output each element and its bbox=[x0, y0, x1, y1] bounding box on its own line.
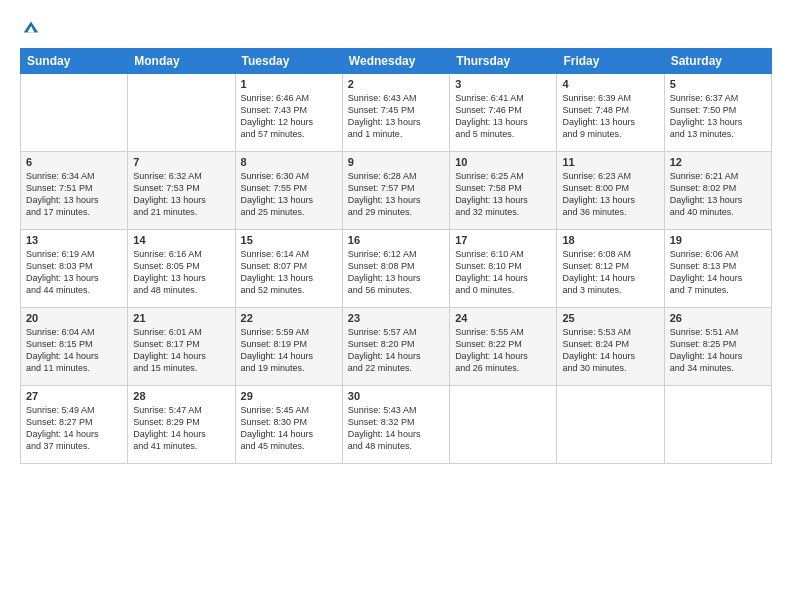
calendar-cell: 7Sunrise: 6:32 AM Sunset: 7:53 PM Daylig… bbox=[128, 152, 235, 230]
calendar-cell: 17Sunrise: 6:10 AM Sunset: 8:10 PM Dayli… bbox=[450, 230, 557, 308]
weekday-thursday: Thursday bbox=[450, 49, 557, 74]
calendar-cell: 19Sunrise: 6:06 AM Sunset: 8:13 PM Dayli… bbox=[664, 230, 771, 308]
calendar-cell: 3Sunrise: 6:41 AM Sunset: 7:46 PM Daylig… bbox=[450, 74, 557, 152]
calendar-cell: 20Sunrise: 6:04 AM Sunset: 8:15 PM Dayli… bbox=[21, 308, 128, 386]
calendar-cell: 14Sunrise: 6:16 AM Sunset: 8:05 PM Dayli… bbox=[128, 230, 235, 308]
day-info: Sunrise: 6:28 AM Sunset: 7:57 PM Dayligh… bbox=[348, 170, 444, 219]
calendar-cell: 5Sunrise: 6:37 AM Sunset: 7:50 PM Daylig… bbox=[664, 74, 771, 152]
day-info: Sunrise: 6:46 AM Sunset: 7:43 PM Dayligh… bbox=[241, 92, 337, 141]
day-info: Sunrise: 6:32 AM Sunset: 7:53 PM Dayligh… bbox=[133, 170, 229, 219]
calendar-cell: 12Sunrise: 6:21 AM Sunset: 8:02 PM Dayli… bbox=[664, 152, 771, 230]
calendar-cell: 24Sunrise: 5:55 AM Sunset: 8:22 PM Dayli… bbox=[450, 308, 557, 386]
day-number: 2 bbox=[348, 78, 444, 90]
day-info: Sunrise: 6:39 AM Sunset: 7:48 PM Dayligh… bbox=[562, 92, 658, 141]
calendar-cell: 16Sunrise: 6:12 AM Sunset: 8:08 PM Dayli… bbox=[342, 230, 449, 308]
calendar-cell: 25Sunrise: 5:53 AM Sunset: 8:24 PM Dayli… bbox=[557, 308, 664, 386]
day-number: 11 bbox=[562, 156, 658, 168]
day-info: Sunrise: 5:59 AM Sunset: 8:19 PM Dayligh… bbox=[241, 326, 337, 375]
day-info: Sunrise: 6:41 AM Sunset: 7:46 PM Dayligh… bbox=[455, 92, 551, 141]
day-number: 30 bbox=[348, 390, 444, 402]
day-info: Sunrise: 6:21 AM Sunset: 8:02 PM Dayligh… bbox=[670, 170, 766, 219]
calendar-cell: 27Sunrise: 5:49 AM Sunset: 8:27 PM Dayli… bbox=[21, 386, 128, 464]
day-info: Sunrise: 6:04 AM Sunset: 8:15 PM Dayligh… bbox=[26, 326, 122, 375]
weekday-friday: Friday bbox=[557, 49, 664, 74]
calendar-cell: 18Sunrise: 6:08 AM Sunset: 8:12 PM Dayli… bbox=[557, 230, 664, 308]
weekday-monday: Monday bbox=[128, 49, 235, 74]
day-number: 25 bbox=[562, 312, 658, 324]
day-info: Sunrise: 5:53 AM Sunset: 8:24 PM Dayligh… bbox=[562, 326, 658, 375]
logo-icon bbox=[22, 18, 40, 36]
calendar-cell: 21Sunrise: 6:01 AM Sunset: 8:17 PM Dayli… bbox=[128, 308, 235, 386]
day-number: 17 bbox=[455, 234, 551, 246]
day-number: 10 bbox=[455, 156, 551, 168]
day-number: 23 bbox=[348, 312, 444, 324]
day-info: Sunrise: 6:25 AM Sunset: 7:58 PM Dayligh… bbox=[455, 170, 551, 219]
day-info: Sunrise: 6:16 AM Sunset: 8:05 PM Dayligh… bbox=[133, 248, 229, 297]
day-info: Sunrise: 6:01 AM Sunset: 8:17 PM Dayligh… bbox=[133, 326, 229, 375]
day-number: 5 bbox=[670, 78, 766, 90]
day-info: Sunrise: 5:45 AM Sunset: 8:30 PM Dayligh… bbox=[241, 404, 337, 453]
day-info: Sunrise: 6:08 AM Sunset: 8:12 PM Dayligh… bbox=[562, 248, 658, 297]
day-number: 27 bbox=[26, 390, 122, 402]
calendar-cell: 13Sunrise: 6:19 AM Sunset: 8:03 PM Dayli… bbox=[21, 230, 128, 308]
day-number: 28 bbox=[133, 390, 229, 402]
day-number: 7 bbox=[133, 156, 229, 168]
day-number: 24 bbox=[455, 312, 551, 324]
day-number: 4 bbox=[562, 78, 658, 90]
calendar-cell: 30Sunrise: 5:43 AM Sunset: 8:32 PM Dayli… bbox=[342, 386, 449, 464]
day-info: Sunrise: 5:47 AM Sunset: 8:29 PM Dayligh… bbox=[133, 404, 229, 453]
weekday-saturday: Saturday bbox=[664, 49, 771, 74]
day-info: Sunrise: 6:34 AM Sunset: 7:51 PM Dayligh… bbox=[26, 170, 122, 219]
calendar-cell: 29Sunrise: 5:45 AM Sunset: 8:30 PM Dayli… bbox=[235, 386, 342, 464]
day-info: Sunrise: 6:06 AM Sunset: 8:13 PM Dayligh… bbox=[670, 248, 766, 297]
calendar-table: SundayMondayTuesdayWednesdayThursdayFrid… bbox=[20, 48, 772, 464]
day-number: 6 bbox=[26, 156, 122, 168]
calendar-cell: 15Sunrise: 6:14 AM Sunset: 8:07 PM Dayli… bbox=[235, 230, 342, 308]
weekday-tuesday: Tuesday bbox=[235, 49, 342, 74]
day-number: 9 bbox=[348, 156, 444, 168]
calendar-cell: 4Sunrise: 6:39 AM Sunset: 7:48 PM Daylig… bbox=[557, 74, 664, 152]
calendar-week-4: 20Sunrise: 6:04 AM Sunset: 8:15 PM Dayli… bbox=[21, 308, 772, 386]
calendar-cell: 11Sunrise: 6:23 AM Sunset: 8:00 PM Dayli… bbox=[557, 152, 664, 230]
calendar-week-5: 27Sunrise: 5:49 AM Sunset: 8:27 PM Dayli… bbox=[21, 386, 772, 464]
calendar-week-1: 1Sunrise: 6:46 AM Sunset: 7:43 PM Daylig… bbox=[21, 74, 772, 152]
calendar-week-2: 6Sunrise: 6:34 AM Sunset: 7:51 PM Daylig… bbox=[21, 152, 772, 230]
calendar-cell bbox=[450, 386, 557, 464]
day-number: 15 bbox=[241, 234, 337, 246]
weekday-sunday: Sunday bbox=[21, 49, 128, 74]
calendar-cell: 9Sunrise: 6:28 AM Sunset: 7:57 PM Daylig… bbox=[342, 152, 449, 230]
day-info: Sunrise: 5:49 AM Sunset: 8:27 PM Dayligh… bbox=[26, 404, 122, 453]
day-number: 12 bbox=[670, 156, 766, 168]
day-number: 21 bbox=[133, 312, 229, 324]
day-number: 18 bbox=[562, 234, 658, 246]
day-info: Sunrise: 6:23 AM Sunset: 8:00 PM Dayligh… bbox=[562, 170, 658, 219]
day-info: Sunrise: 5:43 AM Sunset: 8:32 PM Dayligh… bbox=[348, 404, 444, 453]
calendar-cell: 26Sunrise: 5:51 AM Sunset: 8:25 PM Dayli… bbox=[664, 308, 771, 386]
day-info: Sunrise: 5:57 AM Sunset: 8:20 PM Dayligh… bbox=[348, 326, 444, 375]
calendar-cell: 8Sunrise: 6:30 AM Sunset: 7:55 PM Daylig… bbox=[235, 152, 342, 230]
calendar-cell: 1Sunrise: 6:46 AM Sunset: 7:43 PM Daylig… bbox=[235, 74, 342, 152]
day-number: 16 bbox=[348, 234, 444, 246]
day-info: Sunrise: 6:12 AM Sunset: 8:08 PM Dayligh… bbox=[348, 248, 444, 297]
page-header bbox=[20, 18, 772, 36]
day-info: Sunrise: 6:14 AM Sunset: 8:07 PM Dayligh… bbox=[241, 248, 337, 297]
day-info: Sunrise: 6:43 AM Sunset: 7:45 PM Dayligh… bbox=[348, 92, 444, 141]
weekday-header-row: SundayMondayTuesdayWednesdayThursdayFrid… bbox=[21, 49, 772, 74]
day-number: 22 bbox=[241, 312, 337, 324]
calendar-cell bbox=[557, 386, 664, 464]
calendar-cell bbox=[128, 74, 235, 152]
day-number: 8 bbox=[241, 156, 337, 168]
day-number: 26 bbox=[670, 312, 766, 324]
calendar-cell: 6Sunrise: 6:34 AM Sunset: 7:51 PM Daylig… bbox=[21, 152, 128, 230]
calendar-cell: 28Sunrise: 5:47 AM Sunset: 8:29 PM Dayli… bbox=[128, 386, 235, 464]
calendar-cell: 2Sunrise: 6:43 AM Sunset: 7:45 PM Daylig… bbox=[342, 74, 449, 152]
calendar-cell bbox=[21, 74, 128, 152]
weekday-wednesday: Wednesday bbox=[342, 49, 449, 74]
day-info: Sunrise: 6:37 AM Sunset: 7:50 PM Dayligh… bbox=[670, 92, 766, 141]
calendar-cell bbox=[664, 386, 771, 464]
day-info: Sunrise: 6:19 AM Sunset: 8:03 PM Dayligh… bbox=[26, 248, 122, 297]
day-number: 29 bbox=[241, 390, 337, 402]
calendar-cell: 23Sunrise: 5:57 AM Sunset: 8:20 PM Dayli… bbox=[342, 308, 449, 386]
day-info: Sunrise: 5:55 AM Sunset: 8:22 PM Dayligh… bbox=[455, 326, 551, 375]
day-number: 3 bbox=[455, 78, 551, 90]
